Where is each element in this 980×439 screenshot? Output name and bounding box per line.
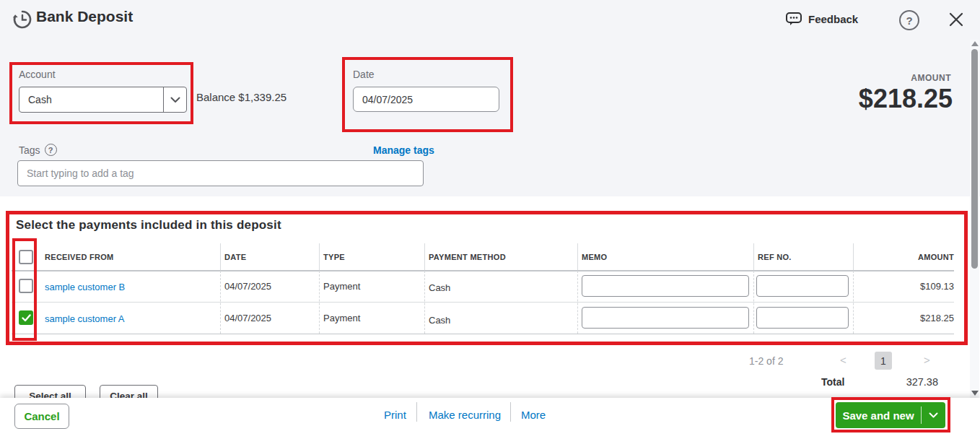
date-field[interactable] [353,87,499,112]
select-all-checkbox[interactable] [19,250,33,264]
account-label: Account [19,69,56,80]
table-bottom-divider [12,334,954,334]
row-type: Payment [323,281,360,292]
pagination-page-1[interactable]: 1 [875,352,892,370]
help-button[interactable]: ? [899,10,919,30]
amount-value: $218.25 [859,84,953,114]
footer-divider [510,402,511,422]
row-checkbox[interactable] [19,279,33,293]
account-dropdown[interactable]: Cash [19,87,187,113]
col-memo: MEMO [582,253,607,261]
scrollbar-thumb[interactable] [971,49,978,269]
col-sep [424,271,425,334]
row-payment-method: Cash [429,282,450,293]
col-sep [753,243,754,270]
col-sep [220,243,221,270]
close-button[interactable] [945,9,967,30]
date-input[interactable] [354,94,493,105]
header-divider [12,270,954,271]
save-and-new-label: Save and new [836,402,921,428]
chevron-down-icon [929,412,938,418]
footer-divider [416,402,417,422]
manage-tags-link[interactable]: Manage tags [373,144,434,156]
page-title: Bank Deposit [36,8,133,25]
ref-no-input[interactable] [756,307,849,329]
payments-section-title: Select the payments included in this dep… [16,218,281,232]
help-icon: ? [906,14,912,27]
row-date: 04/07/2025 [224,313,271,323]
chevron-down-icon [170,97,180,103]
received-from-link[interactable]: sample customer A [45,313,125,324]
feedback-bubble-icon [785,10,802,27]
tags-help-icon[interactable]: ? [45,144,57,156]
col-sep [753,271,754,334]
total-label: Total [821,376,844,388]
col-sep [577,271,578,334]
tags-label-row: Tags ? [19,144,57,156]
make-recurring-link[interactable]: Make recurring [429,409,501,421]
col-sep [577,243,578,270]
scroll-down-icon[interactable] [971,391,979,396]
row-payment-method: Cash [429,315,450,326]
vertical-scrollbar[interactable] [970,40,979,401]
col-sep [853,243,854,270]
col-sep [220,271,221,334]
close-icon [948,12,964,27]
col-type: TYPE [323,253,345,261]
scroll-up-icon[interactable] [971,41,979,46]
col-received-from: RECEIVED FROM [45,253,114,261]
col-sep [424,243,425,270]
total-value: 327.38 [906,376,938,388]
tags-input[interactable] [17,160,424,186]
row-amount: $109.13 [920,281,954,292]
save-options-caret[interactable] [922,402,945,428]
col-date: DATE [224,253,246,261]
memo-input[interactable] [582,307,749,329]
ref-no-input[interactable] [756,275,849,297]
account-value: Cash [19,87,163,112]
cancel-button[interactable]: Cancel [14,404,69,429]
footer-bar: Cancel Print Make recurring More Save an… [0,398,980,439]
account-dropdown-caret[interactable] [163,87,186,112]
col-amount: AMOUNT [918,253,954,261]
received-from-link[interactable]: sample customer B [45,282,125,292]
date-label: Date [353,69,375,80]
pagination-range: 1-2 of 2 [749,355,783,367]
row-type: Payment [323,313,360,323]
balance-text: Balance $1,339.25 [196,91,286,103]
row-amount: $218.25 [920,313,954,323]
col-sep [319,271,320,334]
col-sep [319,243,320,270]
feedback-button[interactable]: Feedback [785,10,858,27]
bank-deposit-window: Bank Deposit Feedback ? Account Cash Bal… [0,0,980,439]
row-date: 04/07/2025 [224,281,271,292]
col-sep [853,271,854,334]
save-and-new-button[interactable]: Save and new [836,402,945,428]
check-icon [22,314,31,322]
col-payment-method: PAYMENT METHOD [429,253,506,261]
feedback-label: Feedback [808,13,858,25]
row-checkbox[interactable] [19,310,33,325]
amount-label: AMOUNT [911,73,951,83]
pagination-next[interactable]: > [924,354,930,366]
row-divider [12,302,954,303]
history-icon[interactable] [12,9,33,30]
tags-label: Tags [19,144,40,156]
memo-input[interactable] [582,275,749,297]
pagination-prev[interactable]: < [840,354,846,366]
print-link[interactable]: Print [384,409,406,421]
col-ref-no: REF NO. [758,253,792,261]
more-link[interactable]: More [521,409,546,421]
